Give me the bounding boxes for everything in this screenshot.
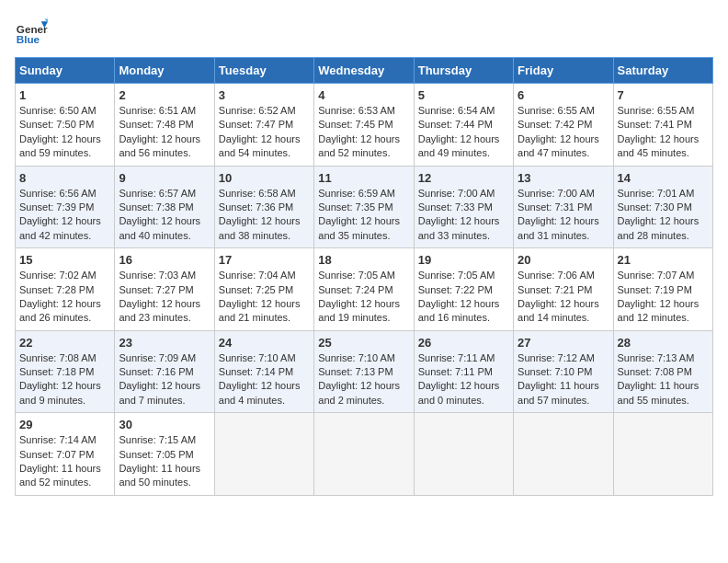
day-number: 17 [219,253,310,267]
day-number: 15 [19,253,110,267]
day-info: Sunrise: 6:58 AM Sunset: 7:36 PM Dayligh… [219,187,310,244]
day-number: 27 [518,336,609,350]
day-info: Sunrise: 6:59 AM Sunset: 7:35 PM Dayligh… [318,187,409,244]
day-info: Sunrise: 7:07 AM Sunset: 7:19 PM Dayligh… [618,269,709,326]
day-info: Sunrise: 6:50 AM Sunset: 7:50 PM Dayligh… [19,104,110,161]
day-info: Sunrise: 6:55 AM Sunset: 7:41 PM Dayligh… [618,104,709,161]
day-info: Sunrise: 7:13 AM Sunset: 7:08 PM Dayligh… [618,351,709,408]
day-info: Sunrise: 7:14 AM Sunset: 7:07 PM Dayligh… [19,433,110,490]
header-monday: Monday [115,58,214,84]
day-number: 30 [119,418,210,431]
day-info: Sunrise: 7:05 AM Sunset: 7:22 PM Dayligh… [418,269,509,326]
day-cell-29: 29 Sunrise: 7:14 AM Sunset: 7:07 PM Dayl… [16,413,115,496]
day-number: 29 [19,418,110,431]
week-row-4: 22 Sunrise: 7:08 AM Sunset: 7:18 PM Dayl… [16,330,713,413]
day-info: Sunrise: 6:54 AM Sunset: 7:44 PM Dayligh… [418,104,509,161]
day-number: 5 [418,88,509,102]
logo-icon: General Blue [15,15,48,48]
day-number: 7 [618,88,709,102]
logo: General Blue [15,15,48,48]
day-number: 24 [219,336,310,350]
day-cell-16: 16 Sunrise: 7:03 AM Sunset: 7:27 PM Dayl… [115,248,214,331]
day-number: 14 [618,171,709,185]
day-cell-5: 5 Sunrise: 6:54 AM Sunset: 7:44 PM Dayli… [414,84,513,167]
day-info: Sunrise: 7:06 AM Sunset: 7:21 PM Dayligh… [518,269,609,326]
page-header: General Blue [15,15,713,48]
day-cell-10: 10 Sunrise: 6:58 AM Sunset: 7:36 PM Dayl… [214,166,313,248]
week-row-3: 15 Sunrise: 7:02 AM Sunset: 7:28 PM Dayl… [16,248,713,331]
day-number: 23 [119,336,210,350]
day-number: 3 [219,88,310,102]
day-cell-9: 9 Sunrise: 6:57 AM Sunset: 7:38 PM Dayli… [115,166,214,248]
day-info: Sunrise: 7:05 AM Sunset: 7:24 PM Dayligh… [318,269,409,326]
day-info: Sunrise: 7:00 AM Sunset: 7:31 PM Dayligh… [518,187,609,244]
day-info: Sunrise: 7:12 AM Sunset: 7:10 PM Dayligh… [518,351,609,408]
day-cell-13: 13 Sunrise: 7:00 AM Sunset: 7:31 PM Dayl… [514,166,613,248]
day-info: Sunrise: 7:15 AM Sunset: 7:05 PM Dayligh… [119,433,210,490]
day-number: 9 [119,171,210,185]
empty-cell [214,413,313,496]
day-cell-2: 2 Sunrise: 6:51 AM Sunset: 7:48 PM Dayli… [115,84,214,167]
header-sunday: Sunday [16,58,115,84]
day-number: 28 [618,336,709,350]
day-info: Sunrise: 6:52 AM Sunset: 7:47 PM Dayligh… [219,104,310,161]
day-cell-24: 24 Sunrise: 7:10 AM Sunset: 7:14 PM Dayl… [214,330,313,413]
day-info: Sunrise: 7:03 AM Sunset: 7:27 PM Dayligh… [119,269,210,326]
day-cell-30: 30 Sunrise: 7:15 AM Sunset: 7:05 PM Dayl… [115,413,214,496]
day-cell-6: 6 Sunrise: 6:55 AM Sunset: 7:42 PM Dayli… [514,84,613,167]
header-wednesday: Wednesday [314,58,414,84]
header-thursday: Thursday [414,58,513,84]
day-cell-12: 12 Sunrise: 7:00 AM Sunset: 7:33 PM Dayl… [414,166,513,248]
day-number: 8 [19,171,110,185]
day-number: 13 [518,171,609,185]
day-cell-27: 27 Sunrise: 7:12 AM Sunset: 7:10 PM Dayl… [514,330,613,413]
day-cell-1: 1 Sunrise: 6:50 AM Sunset: 7:50 PM Dayli… [16,84,115,167]
day-info: Sunrise: 7:10 AM Sunset: 7:14 PM Dayligh… [219,351,310,408]
empty-cell [514,413,613,496]
header-saturday: Saturday [613,58,712,84]
week-row-5: 29 Sunrise: 7:14 AM Sunset: 7:07 PM Dayl… [16,413,713,496]
day-number: 4 [318,88,409,102]
day-number: 2 [119,88,210,102]
week-row-2: 8 Sunrise: 6:56 AM Sunset: 7:39 PM Dayli… [16,166,713,248]
day-info: Sunrise: 7:11 AM Sunset: 7:11 PM Dayligh… [418,351,509,408]
day-number: 20 [518,253,609,267]
day-cell-7: 7 Sunrise: 6:55 AM Sunset: 7:41 PM Dayli… [613,84,712,167]
day-info: Sunrise: 7:08 AM Sunset: 7:18 PM Dayligh… [19,351,110,408]
day-cell-18: 18 Sunrise: 7:05 AM Sunset: 7:24 PM Dayl… [314,248,414,331]
day-cell-22: 22 Sunrise: 7:08 AM Sunset: 7:18 PM Dayl… [16,330,115,413]
day-info: Sunrise: 7:00 AM Sunset: 7:33 PM Dayligh… [418,187,509,244]
day-info: Sunrise: 7:10 AM Sunset: 7:13 PM Dayligh… [318,351,409,408]
week-row-1: 1 Sunrise: 6:50 AM Sunset: 7:50 PM Dayli… [16,84,713,167]
day-cell-28: 28 Sunrise: 7:13 AM Sunset: 7:08 PM Dayl… [613,330,712,413]
day-info: Sunrise: 6:57 AM Sunset: 7:38 PM Dayligh… [119,187,210,244]
day-cell-25: 25 Sunrise: 7:10 AM Sunset: 7:13 PM Dayl… [314,330,414,413]
day-number: 26 [418,336,509,350]
day-number: 16 [119,253,210,267]
day-number: 11 [318,171,409,185]
day-number: 25 [318,336,409,350]
day-info: Sunrise: 6:53 AM Sunset: 7:45 PM Dayligh… [318,104,409,161]
day-cell-21: 21 Sunrise: 7:07 AM Sunset: 7:19 PM Dayl… [613,248,712,331]
day-cell-26: 26 Sunrise: 7:11 AM Sunset: 7:11 PM Dayl… [414,330,513,413]
empty-cell [613,413,712,496]
day-cell-3: 3 Sunrise: 6:52 AM Sunset: 7:47 PM Dayli… [214,84,313,167]
day-number: 19 [418,253,509,267]
day-number: 21 [618,253,709,267]
day-info: Sunrise: 6:51 AM Sunset: 7:48 PM Dayligh… [119,104,210,161]
calendar-table: Sunday Monday Tuesday Wednesday Thursday… [15,57,713,496]
day-cell-23: 23 Sunrise: 7:09 AM Sunset: 7:16 PM Dayl… [115,330,214,413]
day-cell-19: 19 Sunrise: 7:05 AM Sunset: 7:22 PM Dayl… [414,248,513,331]
day-cell-11: 11 Sunrise: 6:59 AM Sunset: 7:35 PM Dayl… [314,166,414,248]
day-cell-8: 8 Sunrise: 6:56 AM Sunset: 7:39 PM Dayli… [16,166,115,248]
day-info: Sunrise: 6:56 AM Sunset: 7:39 PM Dayligh… [19,187,110,244]
header-friday: Friday [514,58,613,84]
day-info: Sunrise: 7:04 AM Sunset: 7:25 PM Dayligh… [219,269,310,326]
day-cell-17: 17 Sunrise: 7:04 AM Sunset: 7:25 PM Dayl… [214,248,313,331]
day-number: 18 [318,253,409,267]
empty-cell [314,413,414,496]
day-number: 22 [19,336,110,350]
weekday-header-row: Sunday Monday Tuesday Wednesday Thursday… [16,58,713,84]
day-number: 10 [219,171,310,185]
svg-text:Blue: Blue [17,33,40,45]
